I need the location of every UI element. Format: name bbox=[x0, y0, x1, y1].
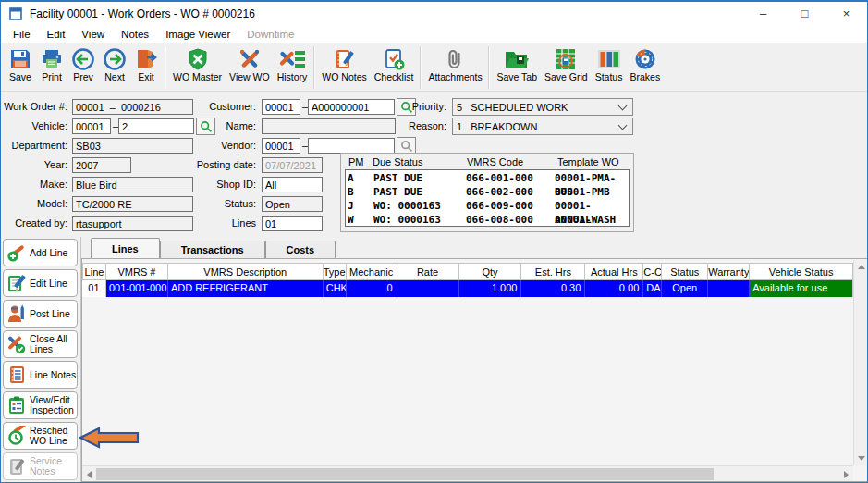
col-header-vehicle-status[interactable]: Vehicle Status bbox=[750, 263, 853, 280]
add-line-button[interactable]: Add Line bbox=[3, 239, 78, 266]
toolbar-label: WO Notes bbox=[322, 72, 366, 82]
vertical-scrollbar[interactable] bbox=[853, 260, 867, 465]
printer-icon bbox=[40, 46, 64, 71]
lines-panel: Lines Transactions Costs Line VMRS # VMR… bbox=[81, 237, 867, 482]
menu-bar: File Edit View Notes Image Viewer Downti… bbox=[1, 25, 867, 43]
cell-est-hrs: 0.30 bbox=[521, 280, 585, 297]
cell-status: Open bbox=[662, 280, 708, 297]
pm-row: B PAST DUE 066-002-000 00001-PMB bbox=[348, 185, 627, 199]
vendor-number-field[interactable] bbox=[308, 138, 395, 154]
view-edit-inspection-button[interactable]: View/Edit Inspection bbox=[3, 391, 78, 419]
save-tab-button[interactable]: Save Tab bbox=[493, 45, 541, 83]
brakes-button[interactable]: Brakes bbox=[626, 45, 664, 83]
reason-dropdown[interactable]: 1 BREAKDOWN bbox=[452, 118, 633, 135]
priority-dropdown[interactable]: 5 SCHEDULED WORK bbox=[452, 98, 633, 116]
history-button[interactable]: History bbox=[274, 45, 312, 83]
col-header-mechanic[interactable]: Mechanic bbox=[347, 263, 397, 280]
table-row[interactable]: 01 001-001-000 ADD REFRIGERANT CHK 0 1.0… bbox=[82, 280, 853, 297]
maximize-button[interactable]: □ bbox=[784, 2, 825, 25]
next-button[interactable]: Next bbox=[99, 45, 130, 83]
attachments-button[interactable]: Attachments bbox=[424, 45, 485, 83]
scroll-up-icon[interactable] bbox=[854, 260, 868, 274]
pm-template-wo: 00001-WASH 2 bbox=[555, 213, 627, 227]
col-header-warranty[interactable]: Warranty bbox=[708, 263, 750, 280]
chevron-down-icon bbox=[618, 120, 628, 130]
pm-vmrs-code: 066-002-000 bbox=[466, 185, 555, 199]
window-title: Facility 00001 - Work Orders - WO # 0000… bbox=[30, 7, 255, 20]
col-header-line[interactable]: Line bbox=[82, 263, 106, 280]
scroll-right-icon[interactable] bbox=[839, 466, 853, 482]
cell-actual-hrs: 0.00 bbox=[585, 280, 643, 297]
year-field[interactable] bbox=[72, 157, 131, 173]
col-header-status[interactable]: Status bbox=[662, 263, 708, 280]
pm-row: A PAST DUE 066-001-000 00001-PMA-BUS bbox=[348, 171, 627, 185]
post-line-button[interactable]: Post Line bbox=[3, 300, 78, 328]
sidebar-label: View/Edit Inspection bbox=[28, 395, 77, 415]
col-header-qty[interactable]: Qty bbox=[459, 263, 522, 280]
grid-header-row: Line VMRS # VMRS Description Type Mechan… bbox=[82, 263, 853, 280]
exit-button[interactable]: Exit bbox=[130, 45, 162, 83]
toolbar-label: Checklist bbox=[374, 72, 414, 82]
col-header-type[interactable]: Type bbox=[324, 263, 347, 280]
scroll-left-icon[interactable] bbox=[82, 466, 96, 482]
line-notes-button[interactable]: Line Notes bbox=[3, 361, 78, 389]
customer-number-field[interactable] bbox=[308, 99, 395, 115]
customer-label: Customer: bbox=[167, 99, 256, 115]
view-wo-button[interactable]: View WO bbox=[226, 45, 274, 83]
print-button[interactable]: Print bbox=[36, 45, 67, 83]
horizontal-scrollbar[interactable] bbox=[82, 465, 853, 481]
menu-edit[interactable]: Edit bbox=[39, 27, 74, 42]
col-header-vmrs-description[interactable]: VMRS Description bbox=[168, 263, 324, 280]
scroll-down-icon[interactable] bbox=[854, 452, 868, 465]
vehicle-facility-field[interactable] bbox=[72, 118, 111, 134]
shop-id-field[interactable] bbox=[262, 177, 323, 192]
toolbar-label: WO Master bbox=[173, 72, 222, 82]
close-all-lines-button[interactable]: Close All Lines bbox=[3, 330, 78, 358]
sidebar-label: Post Line bbox=[28, 309, 70, 319]
resched-clock-wrench-icon bbox=[6, 425, 28, 447]
checklist-button[interactable]: Checklist bbox=[371, 45, 418, 83]
col-header-rate[interactable]: Rate bbox=[397, 263, 459, 280]
status-button[interactable]: Status bbox=[592, 45, 627, 83]
save-grid-button[interactable]: Save Grid bbox=[541, 45, 592, 83]
next-circle-arrow-icon bbox=[103, 46, 127, 71]
tab-transactions[interactable]: Transactions bbox=[160, 241, 265, 259]
sidebar-label: Add Line bbox=[28, 248, 67, 258]
lines-grid: Line VMRS # VMRS Description Type Mechan… bbox=[82, 263, 853, 297]
wo-status-field[interactable] bbox=[262, 196, 323, 212]
toolbar-label: Print bbox=[42, 72, 62, 82]
vendor-facility-field[interactable] bbox=[262, 138, 300, 154]
reason-value: 1 BREAKDOWN bbox=[457, 121, 619, 132]
wo-master-button[interactable]: WO Master bbox=[169, 45, 226, 83]
name-field[interactable] bbox=[262, 118, 396, 134]
save-button[interactable]: Save bbox=[5, 45, 36, 83]
toolbar-label: Status bbox=[595, 72, 623, 82]
menu-file[interactable]: File bbox=[5, 27, 39, 42]
pm-due-list[interactable]: A PAST DUE 066-001-000 00001-PMA-BUS B P… bbox=[345, 169, 630, 227]
col-header-cc[interactable]: C-C bbox=[643, 263, 662, 280]
folder-floppy-icon bbox=[504, 46, 530, 71]
lines-count-field[interactable] bbox=[262, 216, 323, 231]
history-list-icon bbox=[278, 46, 306, 71]
resched-wo-line-button[interactable]: Resched WO Line bbox=[3, 422, 78, 450]
lines-count-label: Lines bbox=[167, 216, 256, 231]
scrollbar-thumb[interactable] bbox=[96, 468, 714, 480]
wo-notes-button[interactable]: WO Notes bbox=[318, 45, 370, 83]
col-header-vmrs[interactable]: VMRS # bbox=[106, 263, 168, 280]
tab-lines[interactable]: Lines bbox=[91, 238, 160, 259]
col-header-est-hrs[interactable]: Est. Hrs bbox=[521, 263, 585, 280]
menu-view[interactable]: View bbox=[73, 27, 113, 42]
menu-image-viewer[interactable]: Image Viewer bbox=[157, 27, 238, 42]
close-button[interactable]: × bbox=[825, 2, 867, 25]
prev-button[interactable]: Prev bbox=[67, 45, 99, 83]
minimize-button[interactable]: – bbox=[742, 2, 784, 25]
pm-due-status: PAST DUE bbox=[373, 171, 466, 185]
customer-facility-field[interactable] bbox=[262, 99, 300, 115]
line-notes-notebook-icon bbox=[6, 364, 28, 386]
col-header-actual-hrs[interactable]: Actual Hrs bbox=[585, 263, 643, 280]
vendor-label: Vendor: bbox=[167, 138, 256, 154]
tab-strip: Lines Transactions Costs bbox=[81, 237, 867, 259]
menu-notes[interactable]: Notes bbox=[113, 27, 157, 42]
edit-line-button[interactable]: Edit Line bbox=[3, 269, 78, 297]
tab-costs[interactable]: Costs bbox=[265, 241, 336, 259]
